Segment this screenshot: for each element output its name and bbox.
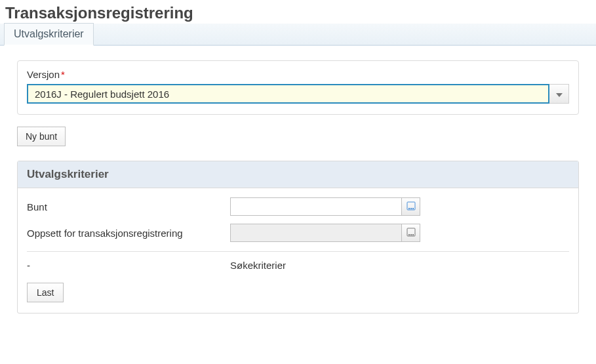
tab-utvalgskriterier[interactable]: Utvalgskriterier — [4, 23, 94, 46]
lookup-icon — [407, 228, 416, 239]
oppsett-input — [230, 224, 402, 242]
lookup-icon — [407, 201, 416, 212]
version-dropdown-button[interactable] — [549, 84, 569, 104]
svg-rect-5 — [408, 234, 410, 235]
bunt-lookup-button[interactable] — [402, 197, 420, 216]
bunt-lookup[interactable] — [230, 197, 420, 216]
version-label: Versjon* — [27, 69, 569, 80]
search-dash: - — [27, 260, 230, 271]
oppsett-label: Oppsett for transaksjonsregistrering — [27, 228, 230, 239]
divider — [27, 251, 569, 252]
svg-rect-1 — [408, 208, 410, 209]
criteria-panel: Utvalgskriterier Bunt — [17, 161, 579, 313]
page-title: Transaksjonsregistrering — [5, 4, 596, 22]
tab-bar: Utvalgskriterier — [0, 24, 596, 46]
criteria-panel-title: Utvalgskriterier — [18, 161, 578, 188]
svg-rect-2 — [410, 208, 412, 209]
version-panel: Versjon* — [17, 60, 579, 115]
svg-rect-7 — [412, 234, 414, 235]
bunt-input[interactable] — [230, 197, 402, 216]
version-combo[interactable] — [27, 84, 569, 104]
new-bunt-button[interactable]: Ny bunt — [17, 127, 66, 146]
bunt-row: Bunt — [27, 197, 569, 216]
oppsett-lookup[interactable] — [230, 224, 420, 242]
oppsett-row: Oppsett for transaksjonsregistrering — [27, 224, 569, 242]
svg-rect-6 — [410, 234, 412, 235]
required-marker: * — [61, 69, 65, 80]
search-criteria-row: - Søkekriterier — [27, 260, 569, 271]
chevron-down-icon — [556, 89, 563, 99]
svg-rect-3 — [412, 208, 414, 209]
bunt-label: Bunt — [27, 201, 230, 212]
load-button[interactable]: Last — [27, 283, 64, 302]
version-label-text: Versjon — [27, 69, 60, 80]
oppsett-lookup-button[interactable] — [402, 224, 420, 242]
version-input[interactable] — [27, 84, 549, 104]
search-criteria-label: Søkekriterier — [230, 260, 286, 271]
